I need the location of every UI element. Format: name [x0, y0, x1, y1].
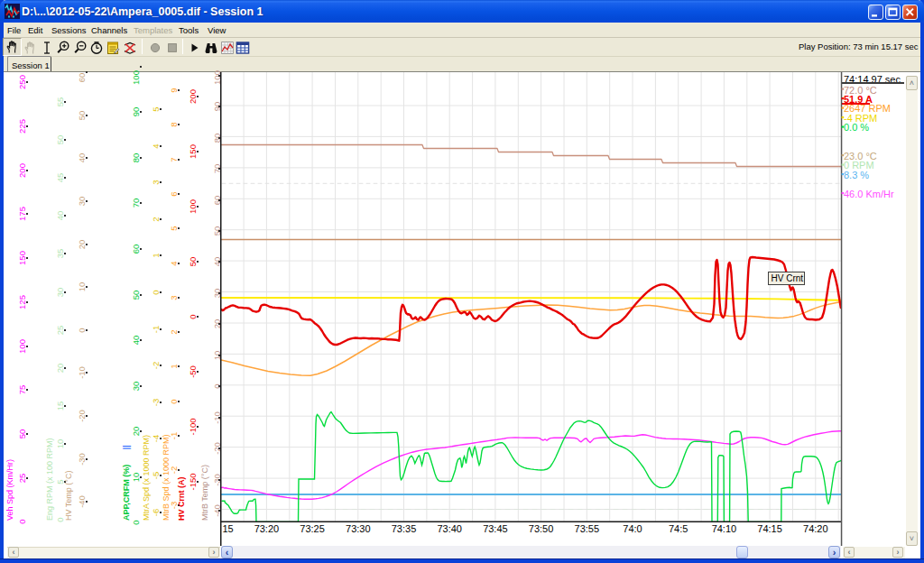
svg-text:HV Crnt: HV Crnt: [772, 273, 804, 283]
